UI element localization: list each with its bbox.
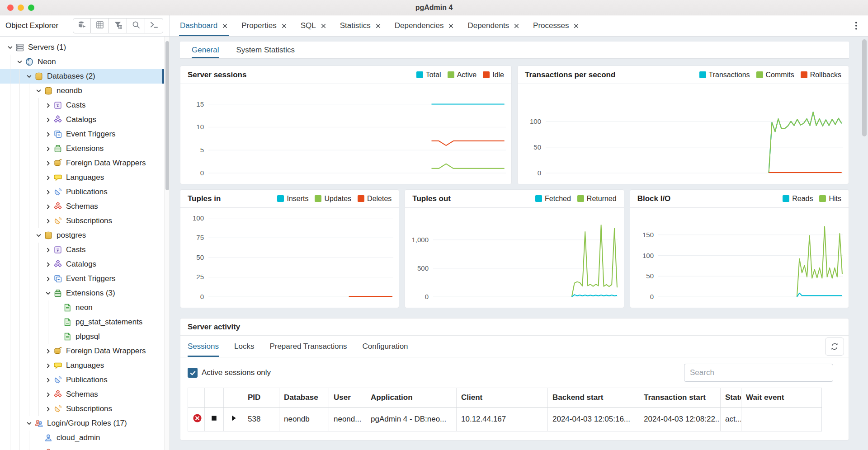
filter-toolbar-button[interactable] [109,18,127,33]
chevron-down-icon[interactable] [35,232,42,239]
tree-item-foreign-data-wrappers[interactable]: Foreign Data Wrappers [0,344,164,358]
tree-item-neon[interactable]: Neon [0,55,164,69]
tree-item-catalogs[interactable]: Catalogs [0,112,164,127]
tree-item-languages[interactable]: Languages [0,358,164,373]
chevron-right-icon[interactable] [44,347,52,355]
play-icon[interactable] [229,413,238,423]
column-header-database[interactable]: Database [279,388,329,408]
close-tab-icon[interactable] [222,23,228,29]
close-tab-icon[interactable] [448,23,454,29]
tab-dashboard[interactable]: Dashboard [180,15,228,36]
tree-item-subscriptions[interactable]: Subscriptions [0,402,164,416]
search-input[interactable] [684,364,833,382]
column-header-client[interactable]: Client [457,388,548,408]
active-sessions-checkbox-row[interactable]: Active sessions only [188,368,271,378]
chevron-down-icon[interactable] [25,73,33,80]
chevron-down-icon[interactable] [6,44,14,51]
grid-toolbar-button[interactable] [91,18,109,33]
chevron-right-icon[interactable] [44,159,52,167]
close-tab-icon[interactable] [375,23,381,29]
column-header-state[interactable]: State [721,388,741,408]
tree-item-subscriptions[interactable]: Subscriptions [0,214,164,228]
refresh-button[interactable] [825,338,844,356]
tree-item-extensions[interactable]: Extensions [0,141,164,156]
column-header-backend-start[interactable]: Backend start [548,388,639,408]
subtab-system-statistics[interactable]: System Statistics [236,42,294,58]
chevron-down-icon[interactable] [44,290,52,297]
tree-item-extensions-3[interactable]: Extensions (3) [0,286,164,300]
activity-tab-configuration[interactable]: Configuration [362,336,408,357]
terminal-toolbar-button[interactable] [145,18,163,33]
tab-dependents[interactable]: Dependents [467,15,519,36]
content-scrollbar-thumb[interactable] [862,39,867,136]
tree-item-servers-1[interactable]: Servers (1) [0,40,164,55]
tree-item-neondb[interactable]: neondb [0,84,164,98]
tree-item-plpgsql[interactable]: plpgsql [0,329,164,344]
tree-item-languages[interactable]: Languages [0,170,164,185]
tree-item-catalogs[interactable]: Catalogs [0,257,164,272]
close-window-button[interactable] [7,5,14,11]
chevron-right-icon[interactable] [44,188,52,196]
cancel-icon[interactable] [193,413,202,423]
chevron-down-icon[interactable] [25,420,33,427]
tree-item-postgres[interactable]: postgres [0,228,164,243]
chevron-right-icon[interactable] [44,102,52,109]
column-header-pid[interactable]: PID [243,388,279,408]
chevron-right-icon[interactable] [44,116,52,123]
sidebar-scrollbar-thumb[interactable] [165,41,169,190]
tab-dependencies[interactable]: Dependencies [395,15,454,36]
tree-item-foreign-data-wrappers[interactable]: Foreign Data Wrappers [0,156,164,170]
column-header-user[interactable]: User [329,388,366,408]
chevron-right-icon[interactable] [44,203,52,210]
chevron-right-icon[interactable] [44,275,52,282]
close-tab-icon[interactable] [321,23,326,29]
column-header-transaction-start[interactable]: Transaction start [639,388,721,408]
chevron-right-icon[interactable] [44,145,52,152]
tree-item-event-triggers[interactable]: Event Triggers [0,272,164,286]
tree-item-neon-superuser[interactable]: neon_superuser [0,445,164,450]
chevron-right-icon[interactable] [44,174,52,181]
stop-icon[interactable] [209,413,219,423]
close-tab-icon[interactable] [573,23,579,29]
tree-item-event-triggers[interactable]: Event Triggers [0,127,164,141]
subtab-general[interactable]: General [192,42,219,58]
tab-processes[interactable]: Processes [533,15,579,36]
tree-item-cloud-admin[interactable]: cloud_admin [0,431,164,445]
chevron-right-icon[interactable] [44,217,52,225]
tree-item-schemas[interactable]: Schemas [0,387,164,402]
chevron-right-icon[interactable] [44,246,52,253]
content-scrollbar[interactable] [862,38,867,450]
chevron-right-icon[interactable] [44,261,52,268]
column-header-wait-event[interactable]: Wait event [741,388,822,408]
activity-tab-locks[interactable]: Locks [234,336,254,357]
close-tab-icon[interactable] [514,23,519,29]
activity-tab-sessions[interactable]: Sessions [188,336,219,357]
activity-tab-prepared-transactions[interactable]: Prepared Transactions [269,336,347,357]
maximize-window-button[interactable] [28,5,34,11]
database-toolbar-button[interactable] [73,18,91,33]
chevron-right-icon[interactable] [44,405,52,412]
chevron-down-icon[interactable] [35,87,42,94]
tab-sql[interactable]: SQL [301,15,326,36]
sidebar-scrollbar[interactable] [164,37,170,450]
tab-properties[interactable]: Properties [241,15,287,36]
chevron-right-icon[interactable] [44,376,52,384]
tree-item-casts[interactable]: Casts [0,243,164,257]
tree-item-publications[interactable]: Publications [0,373,164,387]
column-header-application[interactable]: Application [366,388,457,408]
tree-item-neon[interactable]: neon [0,300,164,315]
close-tab-icon[interactable] [281,23,287,29]
tab-statistics[interactable]: Statistics [340,15,381,36]
tree-item-databases-2[interactable]: Databases (2) [0,69,164,84]
chevron-right-icon[interactable] [44,362,52,369]
chevron-right-icon[interactable] [44,131,52,138]
kebab-menu-icon[interactable] [851,20,862,31]
chevron-right-icon[interactable] [44,391,52,398]
minimize-window-button[interactable] [18,5,24,11]
active-sessions-checkbox[interactable] [188,368,198,378]
tree-item-schemas[interactable]: Schemas [0,199,164,214]
tree-item-publications[interactable]: Publications [0,185,164,199]
tree-item-casts[interactable]: Casts [0,98,164,112]
tree-item-login-group-roles-17[interactable]: Login/Group Roles (17) [0,416,164,431]
chevron-down-icon[interactable] [16,58,23,66]
